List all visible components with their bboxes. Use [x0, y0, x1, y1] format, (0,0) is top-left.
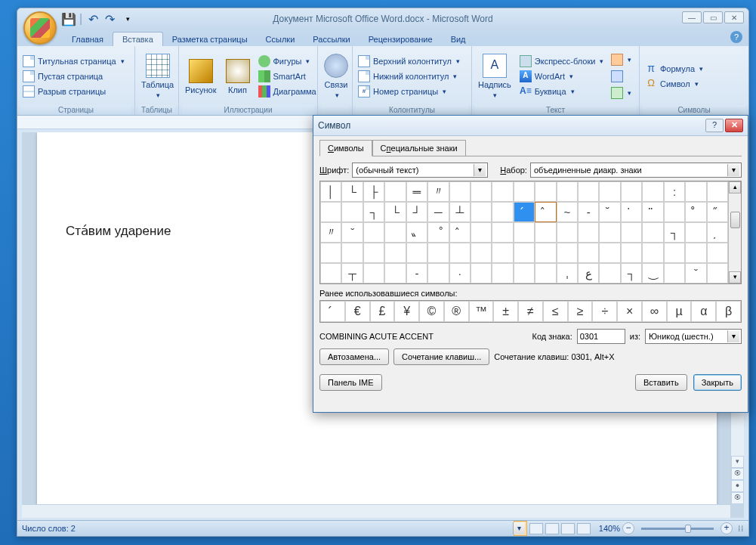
- symbol-cell[interactable]: ~: [557, 202, 578, 222]
- symbol-cell[interactable]: [492, 222, 513, 243]
- symbol-cell[interactable]: [514, 263, 535, 283]
- symbol-cell[interactable]: ع: [578, 263, 599, 283]
- symbol-button[interactable]: ΩСимвол▾: [643, 77, 705, 91]
- table-button[interactable]: Таблица▾: [138, 48, 177, 105]
- web-layout-icon[interactable]: [545, 523, 559, 534]
- page-break-button[interactable]: Разрыв страницы: [20, 85, 127, 98]
- symbol-cell[interactable]: [578, 222, 599, 243]
- close-window-button[interactable]: ✕: [724, 11, 744, 23]
- symbol-cell[interactable]: [621, 243, 642, 263]
- symbol-cell[interactable]: [449, 181, 471, 202]
- symbol-cell[interactable]: ̊: [685, 202, 706, 222]
- symbol-cell[interactable]: ˇ: [685, 263, 706, 283]
- symbol-cell[interactable]: 〃: [320, 222, 341, 243]
- symbol-cell[interactable]: [685, 181, 706, 202]
- redo-icon[interactable]: ↷: [103, 13, 116, 25]
- recent-symbol-cell[interactable]: µ: [667, 301, 692, 322]
- blank-page-button[interactable]: Пустая страница: [20, 70, 127, 83]
- page-number-button[interactable]: #Номер страницы▾: [356, 85, 462, 98]
- tab-view[interactable]: Вид: [442, 33, 475, 46]
- symbol-cell[interactable]: ̇: [621, 202, 642, 222]
- full-screen-reading-icon[interactable]: [529, 523, 543, 534]
- symbol-cell[interactable]: [471, 222, 492, 243]
- symbol-cell[interactable]: │: [320, 181, 341, 202]
- from-dropdown[interactable]: Юникод (шестн.): [645, 329, 742, 344]
- tab-home[interactable]: Главная: [63, 33, 113, 46]
- symbol-cell[interactable]: [599, 181, 620, 202]
- ime-panel-button[interactable]: Панель IME: [319, 374, 382, 391]
- symbol-cell[interactable]: [471, 243, 492, 263]
- drop-cap-button[interactable]: A≡Буквица▾: [517, 85, 606, 98]
- outline-view-icon[interactable]: [561, 523, 575, 534]
- symbol-cell[interactable]: ┐: [664, 222, 685, 243]
- symbol-cell[interactable]: [642, 222, 663, 243]
- textbox-button[interactable]: AНадпись▾: [475, 48, 514, 105]
- symbol-cell[interactable]: [599, 243, 620, 263]
- symbol-cell[interactable]: [578, 243, 599, 263]
- symbol-cell[interactable]: [492, 181, 513, 202]
- symbol-cell[interactable]: [341, 243, 363, 263]
- symbol-cell[interactable]: [514, 181, 535, 202]
- symbol-cell[interactable]: ─: [427, 202, 449, 222]
- symbol-cell[interactable]: [685, 243, 706, 263]
- shortcut-key-button[interactable]: Сочетание клавиш...: [393, 348, 489, 365]
- print-layout-view-icon[interactable]: [514, 521, 527, 536]
- chart-button[interactable]: Диаграмма: [256, 85, 319, 98]
- footer-button[interactable]: Нижний колонтитул▾: [356, 70, 462, 83]
- recent-symbol-cell[interactable]: ±: [493, 301, 518, 322]
- symbol-cell[interactable]: [320, 263, 341, 283]
- wordart-button[interactable]: AWordArt▾: [517, 70, 606, 83]
- symbol-cell[interactable]: [384, 243, 406, 263]
- links-button[interactable]: Связи▾: [321, 48, 351, 105]
- symbol-cell[interactable]: ˌ: [557, 263, 578, 283]
- symbol-cell[interactable]: ┐: [621, 263, 642, 283]
- symbol-cell[interactable]: [621, 181, 642, 202]
- symbol-cell[interactable]: 〟: [406, 222, 427, 243]
- code-input[interactable]: [577, 329, 625, 344]
- symbol-cell[interactable]: [427, 263, 449, 283]
- symbol-cell[interactable]: [320, 202, 341, 222]
- recent-symbol-cell[interactable]: ́: [320, 301, 345, 322]
- qat-dropdown-icon[interactable]: ▾: [122, 13, 134, 25]
- symbol-cell[interactable]: [514, 243, 535, 263]
- symbol-cell[interactable]: ْ: [427, 222, 449, 243]
- symbol-cell[interactable]: [599, 222, 620, 243]
- symbol-cell[interactable]: [535, 243, 556, 263]
- symbol-cell[interactable]: [664, 263, 685, 283]
- symbol-cell[interactable]: [557, 222, 578, 243]
- symbol-cell[interactable]: ═: [406, 181, 427, 202]
- horizontal-scrollbar[interactable]: [22, 504, 730, 518]
- symbol-cell[interactable]: ̋: [707, 202, 728, 222]
- shapes-button[interactable]: Фигуры▾: [256, 54, 319, 68]
- recent-symbol-cell[interactable]: ©: [419, 301, 444, 322]
- symbol-cell[interactable]: [384, 181, 406, 202]
- recent-symbol-cell[interactable]: ¥: [394, 301, 419, 322]
- symbol-cell[interactable]: [707, 181, 728, 202]
- recent-symbol-cell[interactable]: ÷: [592, 301, 617, 322]
- symbol-cell[interactable]: [642, 243, 663, 263]
- zoom-out-button[interactable]: −: [622, 522, 634, 534]
- symbol-cell[interactable]: ̦: [707, 222, 728, 243]
- tab-layout[interactable]: Разметка страницы: [163, 33, 257, 46]
- office-button[interactable]: [23, 11, 57, 45]
- symbol-cell[interactable]: ̈: [642, 202, 663, 222]
- symbol-cell[interactable]: [320, 243, 341, 263]
- symbol-cell[interactable]: [557, 243, 578, 263]
- symbol-cell[interactable]: [621, 222, 642, 243]
- symbol-cell[interactable]: [384, 263, 406, 283]
- maximize-button[interactable]: ▭: [703, 11, 723, 23]
- symbol-cell[interactable]: [363, 222, 384, 243]
- symbol-cell[interactable]: [642, 181, 663, 202]
- object-icon[interactable]: ▾: [609, 86, 634, 100]
- symbol-cell[interactable]: ́: [514, 202, 535, 222]
- symbol-cell[interactable]: ┘: [406, 202, 427, 222]
- tab-special-chars[interactable]: Специальные знаки: [372, 140, 466, 156]
- recent-symbol-cell[interactable]: ×: [617, 301, 642, 322]
- symbol-cell[interactable]: [664, 202, 685, 222]
- symbol-cell[interactable]: [492, 263, 513, 283]
- tab-symbols[interactable]: Символы: [319, 140, 372, 156]
- symbol-cell[interactable]: ┬: [341, 263, 363, 283]
- close-button[interactable]: Закрыть: [693, 374, 742, 391]
- symbol-cell[interactable]: [341, 202, 363, 222]
- symbol-cell[interactable]: [363, 243, 384, 263]
